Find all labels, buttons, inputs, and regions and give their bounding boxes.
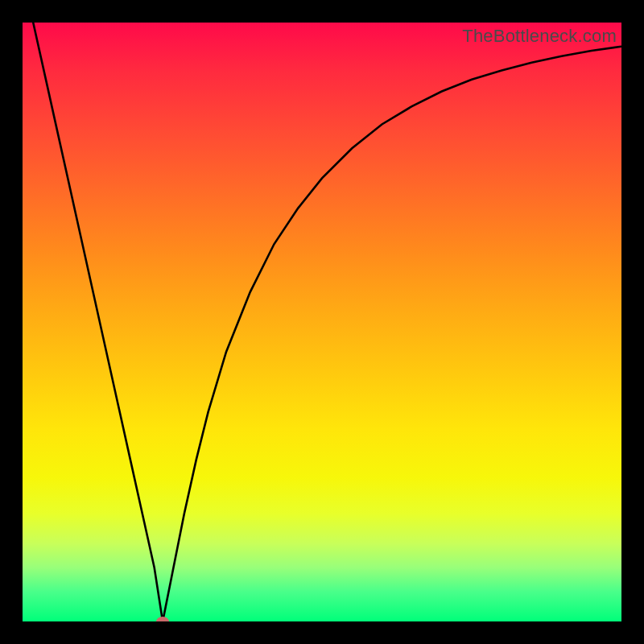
- watermark-text: TheBottleneck.com: [462, 26, 617, 47]
- bottleneck-curve: [23, 23, 621, 621]
- chart-frame: TheBottleneck.com: [0, 0, 644, 644]
- optimal-point-marker: [156, 617, 169, 621]
- plot-area: TheBottleneck.com: [23, 23, 621, 621]
- curve-layer: [23, 23, 621, 621]
